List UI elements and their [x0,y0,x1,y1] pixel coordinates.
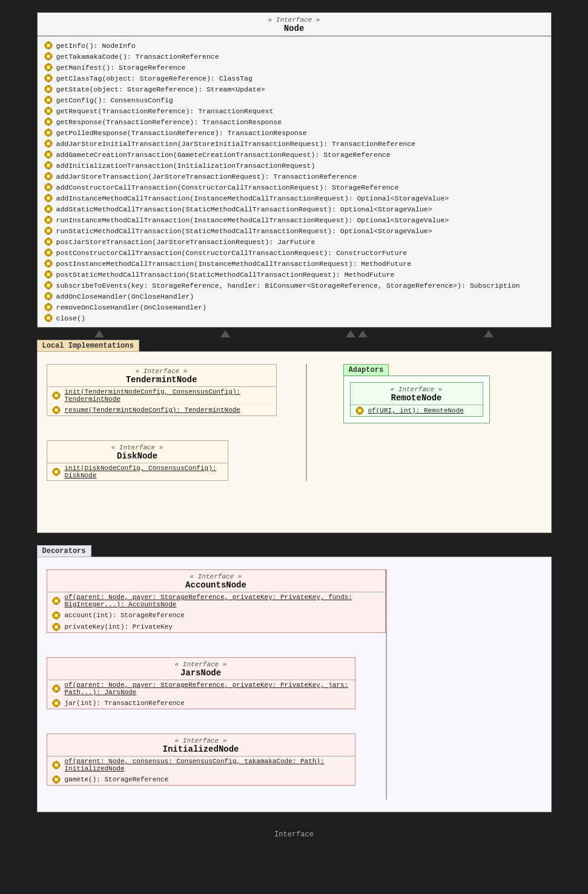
svg-rect-53 [51,132,53,133]
disk-box: « Interface » DiskNode init(DiskNodeConf… [47,440,228,481]
svg-rect-166 [52,409,54,411]
svg-point-133 [47,284,50,287]
svg-rect-32 [48,96,49,98]
svg-rect-201 [56,691,57,693]
adaptors-section: Adaptors « Interface » RemoteNode of(URI… [343,364,490,423]
remote-methods: of(URI, int): RemoteNode [351,405,483,416]
method-item: getPolledResponse(TransactionReference):… [44,127,545,138]
remote-name: RemoteNode [353,393,480,403]
svg-rect-81 [48,190,49,191]
svg-rect-137 [51,285,53,286]
svg-rect-106 [44,230,46,231]
method-text: getClassTag(object: StorageReference): C… [56,74,253,82]
svg-rect-206 [56,700,57,701]
svg-rect-69 [48,168,49,170]
svg-rect-34 [44,99,46,101]
svg-rect-11 [51,56,53,57]
svg-rect-26 [48,85,49,87]
bottom-label: Interface [12,824,576,845]
svg-rect-149 [51,306,53,308]
gear-icon [52,761,62,769]
gear-icon [52,699,62,707]
local-impl-label: Local Implementations [37,340,139,352]
remote-stereotype: « Interface » [353,386,480,393]
method-text: close() [56,314,85,322]
jars-methods: of(parent: Node, payer: StorageReference… [47,680,355,709]
svg-point-1 [47,44,50,47]
svg-rect-182 [56,597,57,599]
gear-icon [44,106,53,116]
method-item: privateKey(int): PrivateKey [47,621,385,632]
svg-rect-185 [59,600,61,601]
method-text: getTakamakaCode(): TransactionReference [56,53,219,61]
method-text: account(int): StorageReference [65,612,185,619]
method-text: subscribeToEvents(key: StorageReference,… [56,282,520,290]
method-text: jar(int): TransactionReference [65,700,185,707]
svg-rect-45 [48,124,49,126]
svg-rect-215 [59,764,61,766]
tendermint-methods: init(TendermintNodeConfig, ConsensusConf… [47,387,276,416]
svg-rect-179 [362,410,364,411]
svg-rect-158 [56,392,57,394]
svg-rect-213 [56,767,57,769]
method-item: addConstructorCallTransaction(Constructo… [44,182,545,193]
svg-point-103 [47,230,50,233]
svg-rect-212 [56,761,57,763]
gear-icon [44,204,53,214]
svg-rect-86 [48,194,49,196]
svg-rect-16 [44,67,46,68]
initialized-methods: of(parent: Node, consensus: ConsensusCon… [47,757,355,785]
arrow-1 [94,330,104,337]
gear-icon [44,117,53,127]
svg-rect-104 [48,227,49,229]
svg-rect-117 [48,255,49,257]
svg-rect-125 [51,263,53,264]
method-text: getInfo(): NodeInfo [56,42,136,50]
method-text: getManifest(): StorageReference [56,64,186,71]
svg-rect-189 [56,618,57,620]
svg-rect-134 [48,282,49,283]
accounts-box: « Interface » AccountsNode of(parent: No… [47,569,386,633]
svg-rect-170 [56,468,57,470]
svg-point-115 [47,251,50,254]
svg-rect-82 [44,187,46,188]
method-item: getState(object: StorageReference): Stre… [44,84,545,94]
method-item: postConstructorCallTransaction(Construct… [44,247,545,258]
svg-rect-191 [59,615,61,616]
gear-icon [44,128,53,137]
svg-rect-22 [44,78,46,79]
method-item: getTakamakaCode(): TransactionReference [44,51,545,62]
gear-icon [44,291,53,301]
svg-rect-110 [48,238,49,240]
gear-icon [44,41,53,50]
svg-rect-112 [44,241,46,242]
method-item: addGameteCreationTransaction(GameteCreat… [44,149,545,160]
svg-rect-62 [48,151,49,153]
svg-rect-3 [48,48,49,50]
svg-rect-152 [48,314,49,316]
svg-rect-59 [51,143,53,144]
svg-rect-218 [56,776,57,778]
method-text: gamete(): StorageReference [65,776,169,783]
svg-point-37 [47,110,50,113]
svg-rect-129 [48,277,49,279]
method-item: addInitializationTransaction(Initializat… [44,160,545,171]
svg-rect-77 [51,176,53,177]
method-item: postStaticMethodCallTransaction(StaticMe… [44,269,545,280]
method-item: getConfig(): ConsensusConfig [44,94,545,105]
method-text: addInstanceMethodCallTransaction(Instanc… [56,194,449,202]
method-item: resume(TendermintNodeConfig): Tendermint… [47,404,276,416]
method-item: init(TendermintNodeConfig, ConsensusConf… [47,387,276,404]
svg-rect-14 [48,64,49,65]
svg-rect-29 [51,88,53,90]
svg-rect-118 [44,252,46,253]
initialized-name: InitializedNode [50,744,352,754]
gear-icon [52,684,62,693]
decorators-body: « Interface » AccountsNode of(parent: No… [37,557,552,812]
method-item: addJarStoreInitialTransaction(JarStoreIn… [44,138,545,149]
method-text: addConstructorCallTransaction(Constructo… [56,184,399,191]
method-item: getManifest(): StorageReference [44,62,545,73]
svg-rect-89 [51,197,53,199]
svg-rect-40 [44,110,46,111]
gear-icon [44,139,53,148]
